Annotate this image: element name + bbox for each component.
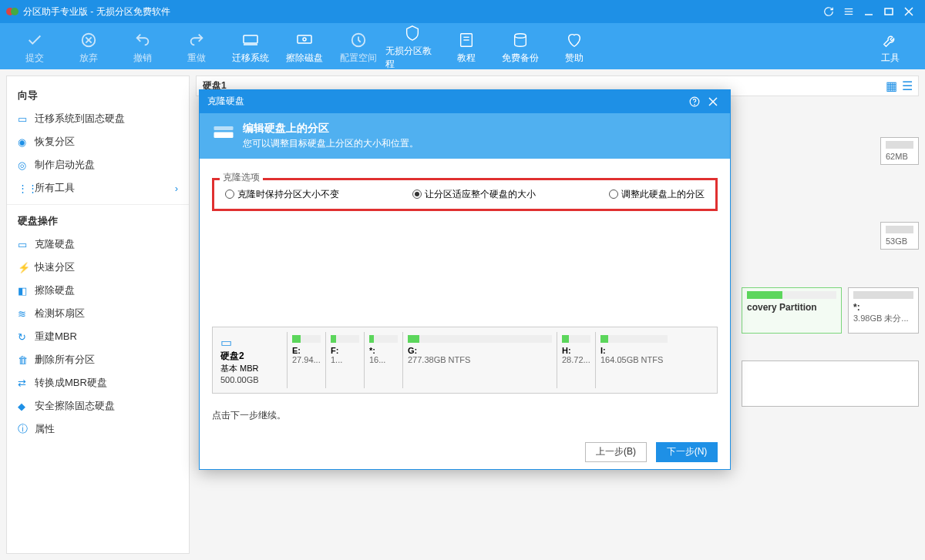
sidebar-item-alltools[interactable]: ⋮⋮所有工具› [7,176,189,200]
partition-column[interactable]: H:28.72... [557,332,595,388]
svg-rect-14 [298,35,311,43]
info-icon: ⓘ [18,422,35,436]
chevron-right-icon: › [175,183,178,194]
tutorial-nd-button[interactable]: 无损分区教程 [385,22,439,71]
minimize-icon[interactable] [859,4,879,19]
bg-partition: *:3.98GB 未分... [848,287,919,334]
prev-button[interactable]: 上一步(B) [585,442,647,462]
tools-button[interactable]: 工具 [863,29,917,65]
sidebar-item-badsector[interactable]: ≋检测坏扇区 [7,302,189,325]
partition-column[interactable]: I:164.05GB NTFS [595,332,672,388]
trash-icon: 🗑 [18,354,35,366]
svg-point-20 [515,33,526,38]
bg-partition: 53GB [880,222,919,250]
svg-rect-12 [244,35,257,43]
wipe-button[interactable]: 擦除磁盘 [278,29,331,65]
discard-button[interactable]: 放弃 [62,29,116,65]
dialog-header-title: 编辑硬盘上的分区 [243,122,419,136]
list-view-icon[interactable]: ☰ [902,79,913,93]
app-logo-icon [6,5,18,18]
sponsor-button[interactable]: 赞助 [547,29,601,65]
wizard-header: 向导 [7,84,189,107]
dialog-titlebar: 克隆硬盘 [200,90,730,113]
bg-partition [742,360,919,407]
sidebar-item-wipedisk[interactable]: ◧擦除硬盘 [7,279,189,302]
sidebar-item-rebuildmbr[interactable]: ↻重建MBR [7,325,189,348]
maximize-icon[interactable] [879,4,899,19]
config-button[interactable]: 配置空间 [331,29,385,65]
disk-info: ▭ 硬盘2 基本 MBR 500.00GB [217,332,287,388]
bg-partition: covery Partition [742,287,842,334]
sidebar-item-recover[interactable]: ◉恢复分区 [7,130,189,153]
radio-keep-size[interactable]: 克隆时保持分区大小不变 [225,188,339,201]
lightning-icon: ⚡ [18,262,35,273]
target-disk-panel: ▭ 硬盘2 基本 MBR 500.00GB E:27.94...F:1...*:… [212,327,718,394]
svg-rect-6 [885,8,893,15]
app-title: 分区助手专业版 - 无损分区免费软件 [23,5,819,18]
main-toolbar: 提交 放弃 撤销 重做 迁移系统 擦除磁盘 配置空间 无损分区教程 教程 免费备… [0,23,925,69]
dialog-header: 编辑硬盘上的分区 您可以调整目标硬盘上分区的大小和位置。 [200,113,730,159]
commit-button[interactable]: 提交 [8,29,62,65]
tutorial-button[interactable]: 教程 [439,29,493,65]
clone-icon: ▭ [18,239,35,250]
disc-icon: ◎ [18,159,35,171]
radio-fit-disk[interactable]: 让分区适应整个硬盘的大小 [412,188,536,201]
backup-button[interactable]: 免费备份 [493,29,547,65]
convert-icon: ⇄ [18,377,35,389]
disk-icon [212,122,243,149]
help-icon[interactable] [685,96,704,107]
ssd-icon: ▭ [18,113,35,125]
svg-rect-26 [214,126,234,130]
rebuild-icon: ↻ [18,331,35,343]
undo-button[interactable]: 撤销 [116,29,170,65]
partition-column[interactable]: *:16... [364,332,402,388]
redo-button[interactable]: 重做 [170,29,224,65]
svg-point-15 [303,38,306,41]
sidebar-item-bootdisk[interactable]: ◎制作启动光盘 [7,153,189,176]
shield-icon: ◆ [18,401,35,412]
grid-view-icon[interactable]: ▦ [886,79,897,93]
refresh-icon[interactable] [819,4,839,19]
radio-adjust[interactable]: 调整此硬盘上的分区 [609,188,705,201]
recover-icon: ◉ [18,136,35,148]
clone-options-highlight: 克隆时保持分区大小不变 让分区适应整个硬盘的大小 调整此硬盘上的分区 [212,178,718,211]
next-button[interactable]: 下一步(N) [656,442,718,462]
hint-text: 点击下一步继续。 [212,409,718,422]
sidebar-item-quickpart[interactable]: ⚡快速分区 [7,256,189,279]
clone-dialog: 克隆硬盘 编辑硬盘上的分区 您可以调整目标硬盘上分区的大小和位置。 克隆选项 克… [199,89,731,470]
sidebar-item-deleteall[interactable]: 🗑删除所有分区 [7,348,189,371]
migrate-button[interactable]: 迁移系统 [224,29,278,65]
menu-icon[interactable] [839,4,859,19]
titlebar: 分区助手专业版 - 无损分区免费软件 [0,0,925,23]
svg-point-22 [695,104,695,105]
diskops-header: 硬盘操作 [7,210,189,233]
sidebar: 向导 ▭迁移系统到固态硬盘 ◉恢复分区 ◎制作启动光盘 ⋮⋮所有工具› 硬盘操作… [6,75,190,554]
dialog-footer: 上一步(B) 下一步(N) [200,434,730,469]
fieldset-label: 克隆选项 [220,171,263,184]
disk-icon: ▭ [220,335,284,350]
dots-icon: ⋮⋮ [18,183,35,194]
dialog-close-icon[interactable] [704,97,722,106]
svg-point-1 [11,8,18,15]
partition-column[interactable]: E:27.94... [287,332,325,388]
partition-column[interactable]: G:277.38GB NTFS [402,332,557,388]
scan-icon: ≋ [18,308,35,320]
partition-column[interactable]: F:1... [325,332,364,388]
close-icon[interactable] [899,4,919,19]
sidebar-item-clone[interactable]: ▭克隆硬盘 [7,233,189,256]
dialog-title: 克隆硬盘 [207,95,244,108]
bg-partition: 62MB [880,137,919,165]
sidebar-item-migrate-ssd[interactable]: ▭迁移系统到固态硬盘 [7,107,189,130]
sidebar-item-secureerase[interactable]: ◆安全擦除固态硬盘 [7,394,189,417]
dialog-header-sub: 您可以调整目标硬盘上分区的大小和位置。 [243,137,419,150]
svg-rect-25 [214,132,234,139]
sidebar-item-convertmbr[interactable]: ⇄转换成MBR硬盘 [7,371,189,394]
eraser-icon: ◧ [18,285,35,297]
sidebar-item-properties[interactable]: ⓘ属性 [7,417,189,441]
